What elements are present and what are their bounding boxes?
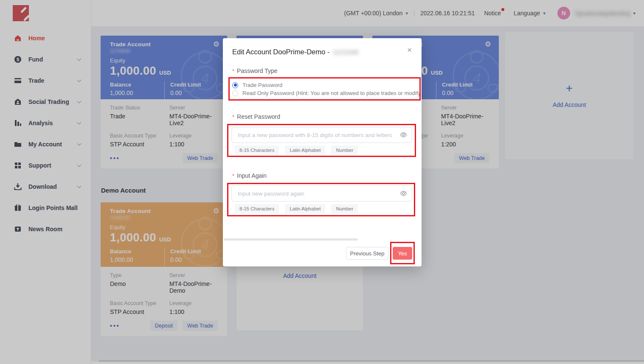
edit-account-modal: Edit Account DooPrime-Demo - 11211545 × … xyxy=(223,38,422,266)
account-number-blurred: 11211545 xyxy=(333,49,358,56)
password-type-label: *Password Type xyxy=(232,67,278,74)
password-rules: 8-15 Characters Latin Alphabet Number xyxy=(235,204,364,213)
rule-tag: Number xyxy=(331,146,358,155)
eye-icon[interactable] xyxy=(400,132,407,138)
reset-password-field xyxy=(231,127,412,143)
previous-step-button[interactable]: Previous Step xyxy=(346,247,388,260)
radio-trade-password[interactable]: Trade Password xyxy=(232,81,422,89)
input-again-label: *Input Again xyxy=(232,172,267,179)
yes-button[interactable]: Yes xyxy=(393,247,412,260)
input-again-input[interactable] xyxy=(231,185,412,202)
eye-icon[interactable] xyxy=(400,190,407,197)
required-mark: * xyxy=(232,173,234,179)
rule-tag: 8-15 Characters xyxy=(235,146,279,155)
input-again-field xyxy=(231,185,412,202)
radio-checked-icon xyxy=(232,82,238,88)
rule-tag: 8-15 Characters xyxy=(235,204,279,213)
rule-tag: Latin Alphabet xyxy=(285,146,325,155)
rule-tag: Number xyxy=(331,204,358,213)
radio-readonly-password[interactable]: Read Only Password (Hint: You are not al… xyxy=(232,89,422,97)
horizontal-scrollbar[interactable] xyxy=(224,238,358,241)
password-type-radio-group: Trade Password Read Only Password (Hint:… xyxy=(232,81,422,97)
rule-tag: Latin Alphabet xyxy=(285,204,325,213)
app: Home $ Fund Trade Social Trading Analysi… xyxy=(0,0,644,364)
reset-password-label: *Reset Password xyxy=(232,113,280,120)
modal-title: Edit Account DooPrime-Demo - 11211545 xyxy=(232,48,358,56)
reset-password-input[interactable] xyxy=(231,127,412,143)
radio-unchecked-icon xyxy=(232,90,238,96)
required-mark: * xyxy=(232,114,234,120)
close-icon[interactable]: × xyxy=(407,46,412,54)
password-rules: 8-15 Characters Latin Alphabet Number xyxy=(235,146,364,155)
required-mark: * xyxy=(232,68,234,74)
